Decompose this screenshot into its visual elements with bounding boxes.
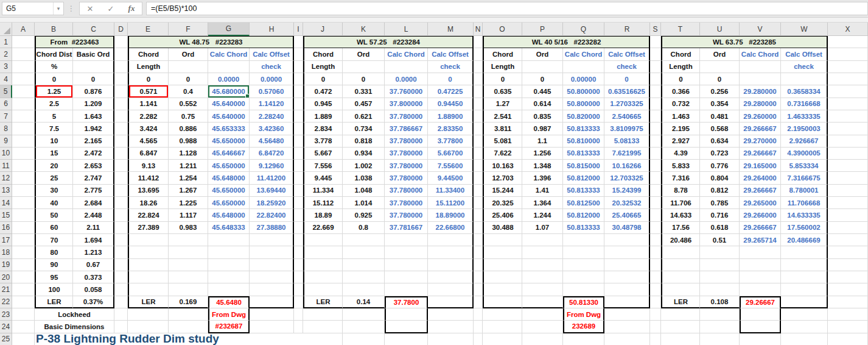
cell-V24[interactable] bbox=[740, 321, 781, 333]
cell-R20[interactable] bbox=[604, 271, 650, 283]
cell-G6[interactable]: 45.640000 bbox=[208, 98, 250, 110]
cell-I11[interactable] bbox=[294, 160, 303, 172]
cell-S9[interactable] bbox=[650, 135, 661, 148]
row-header-8[interactable]: 8 bbox=[0, 123, 12, 135]
cell-W22[interactable] bbox=[781, 296, 828, 308]
cell-V8[interactable]: 29.266667 bbox=[740, 123, 781, 135]
cell-A2[interactable] bbox=[12, 48, 35, 60]
insert-function-icon[interactable]: fx bbox=[128, 4, 135, 13]
cell-S16[interactable] bbox=[650, 222, 661, 234]
column-header-R[interactable]: R bbox=[604, 23, 650, 36]
cell-L19[interactable] bbox=[385, 259, 428, 271]
cell-D7[interactable] bbox=[114, 110, 128, 123]
cell-E10[interactable]: 6.847 bbox=[128, 148, 169, 160]
cell-E1[interactable]: WL 48.75 #223283 bbox=[128, 36, 294, 48]
cell-P17[interactable] bbox=[522, 234, 563, 246]
column-header-C[interactable]: C bbox=[73, 23, 114, 36]
cell-O2[interactable]: Chord bbox=[483, 48, 522, 60]
cell-P18[interactable] bbox=[522, 246, 563, 258]
cell-T23[interactable] bbox=[661, 308, 700, 321]
cell-X4[interactable] bbox=[828, 73, 868, 85]
cell-A20[interactable] bbox=[12, 271, 35, 283]
column-header-I[interactable]: I bbox=[294, 23, 303, 36]
cell-B7[interactable]: 5 bbox=[35, 110, 73, 123]
cell-N14[interactable] bbox=[474, 197, 483, 209]
cell-F24[interactable] bbox=[169, 321, 208, 333]
cell-T8[interactable]: 2.195 bbox=[661, 123, 700, 135]
cell-K20[interactable] bbox=[343, 271, 385, 283]
cell-O9[interactable]: 5.081 bbox=[483, 135, 522, 148]
cell-G16[interactable]: 45.648333 bbox=[208, 222, 250, 234]
cell-S6[interactable] bbox=[650, 98, 661, 110]
row-header-14[interactable]: 14 bbox=[0, 197, 12, 209]
cell-L24[interactable] bbox=[385, 321, 428, 333]
cell-M18[interactable] bbox=[428, 246, 474, 258]
cell-W19[interactable] bbox=[781, 259, 828, 271]
cell-M10[interactable]: 5.66700 bbox=[428, 148, 474, 160]
cell-N20[interactable] bbox=[474, 271, 483, 283]
cell-L12[interactable]: 37.780000 bbox=[385, 172, 428, 184]
column-header-S[interactable]: S bbox=[650, 23, 661, 36]
row-header-11[interactable]: 11 bbox=[0, 160, 12, 172]
cell-A18[interactable] bbox=[12, 246, 35, 258]
cell-B10[interactable]: 15 bbox=[35, 148, 73, 160]
cell-H22[interactable] bbox=[250, 296, 294, 308]
cell-O12[interactable]: 12.703 bbox=[483, 172, 522, 184]
cell-T2[interactable]: Chord bbox=[661, 48, 700, 60]
cell-J4[interactable]: 0 bbox=[303, 73, 343, 85]
cell-G12[interactable]: 45.648000 bbox=[208, 172, 250, 184]
cell-S8[interactable] bbox=[650, 123, 661, 135]
cell-H20[interactable] bbox=[250, 271, 294, 283]
cell-T9[interactable]: 2.927 bbox=[661, 135, 700, 148]
cell-P8[interactable]: 0.987 bbox=[522, 123, 563, 135]
cell-M20[interactable] bbox=[428, 271, 474, 283]
cell-S25[interactable] bbox=[650, 333, 661, 345]
cell-P25[interactable] bbox=[522, 333, 563, 345]
cell-H9[interactable]: 4.56480 bbox=[250, 135, 294, 148]
cell-O22[interactable] bbox=[483, 296, 522, 308]
cell-S18[interactable] bbox=[650, 246, 661, 258]
cell-G22[interactable]: 45.6480 bbox=[208, 296, 250, 308]
cell-G3[interactable] bbox=[208, 61, 250, 73]
cell-V21[interactable] bbox=[740, 283, 781, 296]
row-header-19[interactable]: 19 bbox=[0, 259, 12, 271]
cell-E7[interactable]: 2.282 bbox=[128, 110, 169, 123]
cell-B3[interactable]: % bbox=[35, 61, 73, 73]
cell-A12[interactable] bbox=[12, 172, 35, 184]
column-header-X[interactable]: X bbox=[828, 23, 868, 36]
cell-I15[interactable] bbox=[294, 209, 303, 221]
cell-X25[interactable] bbox=[828, 333, 868, 345]
cell-H6[interactable]: 1.14120 bbox=[250, 98, 294, 110]
select-all-corner[interactable] bbox=[0, 23, 12, 36]
cell-W8[interactable]: 2.1950003 bbox=[781, 123, 828, 135]
cell-F16[interactable]: 0.983 bbox=[169, 222, 208, 234]
cell-B23[interactable]: Lockheed bbox=[35, 308, 114, 321]
cell-R17[interactable] bbox=[604, 234, 650, 246]
cell-E4[interactable]: 0 bbox=[128, 73, 169, 85]
cell-G15[interactable]: 45.648000 bbox=[208, 209, 250, 221]
cell-S1[interactable] bbox=[650, 36, 661, 48]
cell-T11[interactable]: 5.833 bbox=[661, 160, 700, 172]
cell-P6[interactable]: 0.614 bbox=[522, 98, 563, 110]
row-header-10[interactable]: 10 bbox=[0, 148, 12, 160]
cell-M22[interactable] bbox=[428, 296, 474, 308]
cell-K13[interactable]: 1.048 bbox=[343, 185, 385, 197]
cell-H11[interactable]: 9.12960 bbox=[250, 160, 294, 172]
cell-U25[interactable] bbox=[700, 333, 740, 345]
cell-C4[interactable]: 0 bbox=[73, 73, 114, 85]
cell-A23[interactable] bbox=[12, 308, 35, 321]
row-header-21[interactable]: 21 bbox=[0, 283, 12, 296]
column-header-W[interactable]: W bbox=[781, 23, 828, 36]
row-header-5[interactable]: 5 bbox=[0, 85, 12, 98]
cancel-icon[interactable]: ✕ bbox=[87, 5, 94, 13]
cell-D4[interactable] bbox=[114, 73, 128, 85]
cell-R3[interactable]: check bbox=[604, 61, 650, 73]
cell-G18[interactable] bbox=[208, 246, 250, 258]
cell-C12[interactable]: 2.747 bbox=[73, 172, 114, 184]
cell-H2[interactable]: Calc Offset bbox=[250, 48, 294, 60]
column-header-M[interactable]: M bbox=[428, 23, 474, 36]
cell-X21[interactable] bbox=[828, 283, 868, 296]
cell-I5[interactable] bbox=[294, 85, 303, 98]
column-header-P[interactable]: P bbox=[522, 23, 563, 36]
cell-L9[interactable]: 37.780000 bbox=[385, 135, 428, 148]
